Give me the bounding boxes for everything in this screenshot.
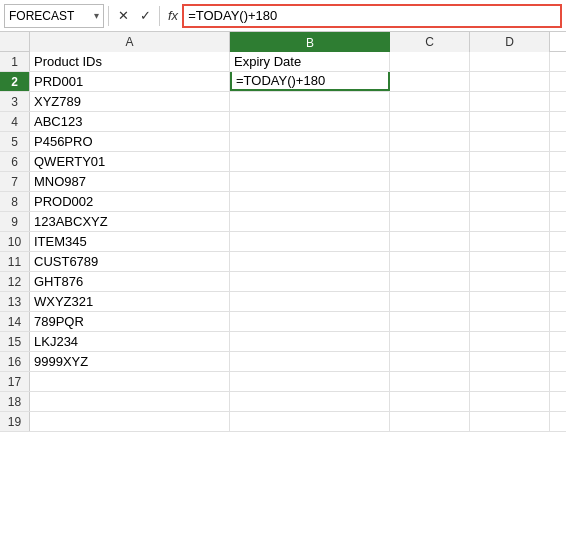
cell-c17[interactable] <box>390 372 470 391</box>
cell-b11[interactable] <box>230 252 390 271</box>
cell-d6[interactable] <box>470 152 550 171</box>
cell-c3[interactable] <box>390 92 470 111</box>
cell-b18[interactable] <box>230 392 390 411</box>
cell-b5[interactable] <box>230 132 390 151</box>
cell-b17[interactable] <box>230 372 390 391</box>
cell-d2[interactable] <box>470 72 550 91</box>
cell-d19[interactable] <box>470 412 550 431</box>
row-number-5[interactable]: 5 <box>0 132 30 151</box>
col-header-b[interactable]: B <box>230 32 390 52</box>
cell-c14[interactable] <box>390 312 470 331</box>
row-number-17[interactable]: 17 <box>0 372 30 391</box>
cell-a16[interactable]: 9999XYZ <box>30 352 230 371</box>
cell-c11[interactable] <box>390 252 470 271</box>
cell-b13[interactable] <box>230 292 390 311</box>
name-box-dropdown-icon[interactable]: ▾ <box>94 10 99 21</box>
cell-a3[interactable]: XYZ789 <box>30 92 230 111</box>
cell-b3[interactable] <box>230 92 390 111</box>
cell-d12[interactable] <box>470 272 550 291</box>
cell-b6[interactable] <box>230 152 390 171</box>
cell-d18[interactable] <box>470 392 550 411</box>
row-number-3[interactable]: 3 <box>0 92 30 111</box>
cell-d1[interactable] <box>470 52 550 71</box>
row-number-18[interactable]: 18 <box>0 392 30 411</box>
cell-c9[interactable] <box>390 212 470 231</box>
cell-a10[interactable]: ITEM345 <box>30 232 230 251</box>
cell-c6[interactable] <box>390 152 470 171</box>
row-number-9[interactable]: 9 <box>0 212 30 231</box>
cell-b15[interactable] <box>230 332 390 351</box>
cell-a7[interactable]: MNO987 <box>30 172 230 191</box>
name-box[interactable]: FORECAST ▾ <box>4 4 104 28</box>
cell-d8[interactable] <box>470 192 550 211</box>
row-number-12[interactable]: 12 <box>0 272 30 291</box>
row-number-19[interactable]: 19 <box>0 412 30 431</box>
cell-a4[interactable]: ABC123 <box>30 112 230 131</box>
cell-b4[interactable] <box>230 112 390 131</box>
cell-b2[interactable]: =TODAY()+180 <box>230 72 390 91</box>
cell-d17[interactable] <box>470 372 550 391</box>
row-number-15[interactable]: 15 <box>0 332 30 351</box>
cell-c19[interactable] <box>390 412 470 431</box>
row-number-8[interactable]: 8 <box>0 192 30 211</box>
cell-a5[interactable]: P456PRO <box>30 132 230 151</box>
col-header-d[interactable]: D <box>470 32 550 52</box>
col-header-a[interactable]: A <box>30 32 230 52</box>
formula-input[interactable]: =TODAY()+180 <box>182 4 562 28</box>
row-number-4[interactable]: 4 <box>0 112 30 131</box>
cell-d7[interactable] <box>470 172 550 191</box>
cell-d5[interactable] <box>470 132 550 151</box>
cell-d3[interactable] <box>470 92 550 111</box>
cell-a18[interactable] <box>30 392 230 411</box>
cell-c2[interactable] <box>390 72 470 91</box>
cell-a1[interactable]: Product IDs <box>30 52 230 71</box>
cell-c5[interactable] <box>390 132 470 151</box>
cell-a17[interactable] <box>30 372 230 391</box>
row-number-14[interactable]: 14 <box>0 312 30 331</box>
cell-a6[interactable]: QWERTY01 <box>30 152 230 171</box>
cell-a14[interactable]: 789PQR <box>30 312 230 331</box>
cell-d14[interactable] <box>470 312 550 331</box>
cell-b9[interactable] <box>230 212 390 231</box>
cell-c12[interactable] <box>390 272 470 291</box>
row-number-11[interactable]: 11 <box>0 252 30 271</box>
cell-a11[interactable]: CUST6789 <box>30 252 230 271</box>
cell-c10[interactable] <box>390 232 470 251</box>
cell-d9[interactable] <box>470 212 550 231</box>
row-number-16[interactable]: 16 <box>0 352 30 371</box>
cell-c4[interactable] <box>390 112 470 131</box>
cell-d15[interactable] <box>470 332 550 351</box>
row-number-2[interactable]: 2 <box>0 72 30 91</box>
cell-b8[interactable] <box>230 192 390 211</box>
confirm-icon[interactable]: ✓ <box>135 6 155 26</box>
cell-a2[interactable]: PRD001 <box>30 72 230 91</box>
cell-c8[interactable] <box>390 192 470 211</box>
cell-c15[interactable] <box>390 332 470 351</box>
cell-b19[interactable] <box>230 412 390 431</box>
row-number-10[interactable]: 10 <box>0 232 30 251</box>
cell-b7[interactable] <box>230 172 390 191</box>
cell-d10[interactable] <box>470 232 550 251</box>
cell-b10[interactable] <box>230 232 390 251</box>
cell-b1[interactable]: Expiry Date <box>230 52 390 71</box>
cell-a8[interactable]: PROD002 <box>30 192 230 211</box>
cell-a12[interactable]: GHT876 <box>30 272 230 291</box>
cell-d11[interactable] <box>470 252 550 271</box>
cell-d4[interactable] <box>470 112 550 131</box>
cell-c18[interactable] <box>390 392 470 411</box>
cell-b14[interactable] <box>230 312 390 331</box>
cell-c7[interactable] <box>390 172 470 191</box>
cell-d16[interactable] <box>470 352 550 371</box>
cell-d13[interactable] <box>470 292 550 311</box>
cell-a9[interactable]: 123ABCXYZ <box>30 212 230 231</box>
row-number-7[interactable]: 7 <box>0 172 30 191</box>
row-number-13[interactable]: 13 <box>0 292 30 311</box>
cell-c16[interactable] <box>390 352 470 371</box>
col-header-c[interactable]: C <box>390 32 470 52</box>
cell-a19[interactable] <box>30 412 230 431</box>
cell-b12[interactable] <box>230 272 390 291</box>
cell-a15[interactable]: LKJ234 <box>30 332 230 351</box>
cell-c13[interactable] <box>390 292 470 311</box>
row-number-1[interactable]: 1 <box>0 52 30 71</box>
cell-a13[interactable]: WXYZ321 <box>30 292 230 311</box>
